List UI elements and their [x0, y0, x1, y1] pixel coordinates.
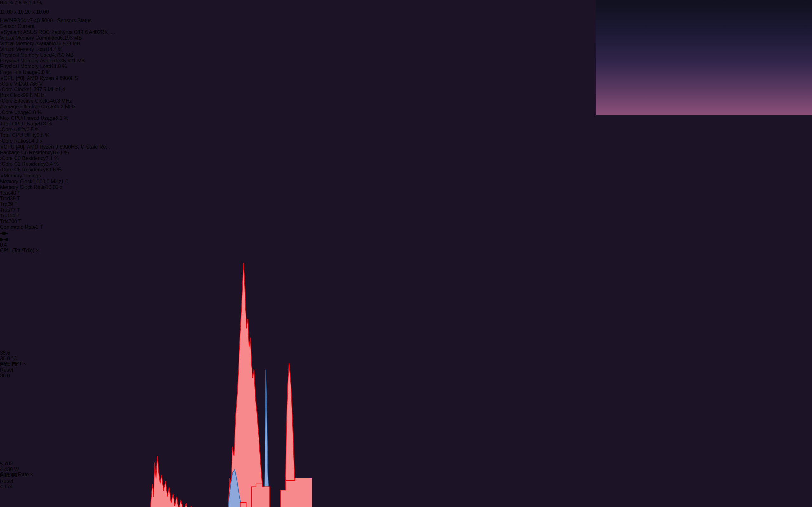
- sensor-row[interactable]: ›Core Utility0.5 %: [0, 127, 812, 132]
- sensor-group-row[interactable]: ∨CPU [#0]: AMD Ryzen 9 6900HS: C-State R…: [0, 144, 812, 150]
- sensor-current-value: 46.3 MHz: [54, 104, 75, 109]
- window-title: HWiNFO64 v7.40-5000 - Sensors Status: [0, 18, 92, 23]
- sensor-current-value: 6,193 MB: [60, 35, 82, 41]
- collapse-chevron-icon[interactable]: ∨: [0, 30, 4, 35]
- wallpaper-mountain: [596, 32, 812, 115]
- uptime-text: 0:4: [0, 242, 812, 248]
- graph-title: Charge Rate: [0, 472, 29, 477]
- sensor-row[interactable]: ›Core C6 Residency89.6 %: [0, 167, 812, 173]
- sensor-row[interactable]: Memory Clock1,000.0 MHz1,0: [0, 179, 812, 184]
- sensor-current-value: 0.5 %: [37, 132, 50, 138]
- sensor-current-value: 10.00 x: [46, 184, 62, 190]
- sensor-row[interactable]: Total CPU Utility0.5 %: [0, 132, 812, 138]
- graph-titlebar[interactable]: CPU (Tctl/Tdie) ×: [0, 248, 812, 253]
- collapse-columns-button[interactable]: ▶◀: [0, 236, 812, 242]
- sensor-row[interactable]: ›Core C0 Residency7.1 %: [0, 156, 812, 161]
- sensor-label: Core Usage: [2, 110, 29, 115]
- sensor-label: Physical Memory Used: [0, 52, 52, 58]
- close-icon[interactable]: ×: [23, 361, 26, 366]
- sensor-label: Core C6 Residency: [2, 167, 46, 172]
- sensor-row[interactable]: ›Core Ratios14.0 x: [0, 138, 812, 144]
- sensor-label: Core C1 Residency: [2, 161, 46, 167]
- sensor-row[interactable]: Tras77 T: [0, 207, 812, 213]
- sensor-group-label: Memory Timings: [4, 173, 41, 178]
- sensor-label: Package C6 Residency: [0, 150, 53, 155]
- collapse-chevron-icon[interactable]: ∨: [0, 173, 4, 178]
- sensor-label: Bus Clock: [0, 93, 23, 98]
- sensor-current-value: 3.4 %: [46, 161, 59, 167]
- sensor-row[interactable]: Command Rate1 T: [0, 224, 812, 230]
- sensor-label: Virtual Memory Load: [0, 47, 47, 52]
- sensor-label: Total CPU Usage: [0, 121, 39, 126]
- sensor-current-value: 116 T: [7, 213, 20, 218]
- sensor-group-row[interactable]: ∨Memory Timings: [0, 173, 812, 179]
- sensor-current-value: 1,397.5 MHz: [29, 87, 58, 92]
- sensor-label: Core Ratios: [2, 138, 28, 144]
- sensor-current-value: 85.1 %: [53, 150, 68, 155]
- collapse-chevron-icon[interactable]: ∨: [0, 144, 4, 150]
- sensor-current-value: 708 T: [9, 219, 21, 224]
- close-icon[interactable]: ×: [30, 472, 33, 477]
- expand-columns-button[interactable]: ◀▶: [0, 230, 812, 236]
- sensor-row[interactable]: Trc116 T: [0, 213, 812, 219]
- sensor-current-value: 89.6 %: [46, 167, 61, 172]
- sensor-label: Physical Memory Load: [0, 64, 51, 69]
- sensor-row[interactable]: Memory Clock Ratio10.00 x: [0, 184, 812, 190]
- hwinfo-background-row: 10.00 x 10.20 x 10.00: [0, 9, 176, 18]
- sensor-row[interactable]: Tcas40 T: [0, 190, 812, 196]
- graph-window-cpu-tctl: CPU (Tctl/Tdie) × 38.6 36.0 °C Auto Fit …: [0, 248, 812, 361]
- bg-avg-value: 1.1 %: [29, 0, 42, 5]
- sensor-label: Max CPU/Thread Usage: [0, 115, 55, 121]
- sensor-label: Core C0 Residency: [2, 156, 46, 161]
- sensor-current-value: 0.786 V: [25, 81, 43, 87]
- graph-title: CPU (Tctl/Tdie): [0, 248, 34, 253]
- sensor-row[interactable]: Trp39 T: [0, 202, 812, 207]
- sensor-row[interactable]: Max CPU/Thread Usage6.1 %: [0, 115, 812, 121]
- sensor-label: Core Clocks: [2, 87, 29, 92]
- sensor-label: Trp: [0, 202, 7, 207]
- series-area: [0, 477, 312, 507]
- sensor-min-value-partial: 1,4: [58, 87, 65, 92]
- sensor-current-value: 0.8 %: [29, 110, 42, 115]
- close-icon[interactable]: ×: [36, 248, 39, 253]
- sensor-row[interactable]: Package C6 Residency85.1 %: [0, 150, 812, 156]
- graph-plot-area: [0, 253, 312, 350]
- sensor-current-value: 36,539 MB: [56, 41, 80, 46]
- graph-title: CPU PPT: [0, 361, 22, 366]
- sensor-label: Core Utility: [2, 127, 26, 132]
- sensor-label: Physical Memory Available: [0, 58, 60, 63]
- sensor-current-value: 0.0 %: [38, 69, 50, 75]
- wallpaper: [596, 0, 812, 115]
- sensor-label: Trfc: [0, 219, 9, 224]
- sensor-group-label: System: ASUS ROG Zephyrus G14 GA402RK_..…: [4, 30, 115, 35]
- sensor-current-value: 11.8 %: [51, 64, 67, 69]
- column-header-sensor[interactable]: Sensor: [0, 23, 16, 29]
- sensor-current-value: 39 T: [10, 196, 20, 201]
- sensor-current-value: 35,421 MB: [60, 58, 85, 63]
- sensor-row[interactable]: ›Core C1 Residency3.4 %: [0, 161, 812, 167]
- sensor-label: Tras: [0, 207, 10, 213]
- sensor-label: Memory Clock Ratio: [0, 184, 46, 190]
- sensor-label: Page File Usage: [0, 69, 38, 75]
- column-header-current[interactable]: Current: [17, 23, 34, 29]
- sensor-row[interactable]: Trcd39 T: [0, 196, 812, 202]
- sensor-row[interactable]: Trfc708 T: [0, 219, 812, 224]
- sensor-current-value: 46.3 MHz: [50, 98, 72, 104]
- sensor-label: Virtual Memory Committed: [0, 35, 60, 41]
- sensor-current-value: 14.0 x: [29, 138, 43, 144]
- sensor-row[interactable]: Total CPU Usage0.8 %: [0, 121, 812, 127]
- bg-max-value: 10.20 x: [18, 9, 35, 14]
- sensor-label: Trc: [0, 213, 7, 218]
- sensor-label: Core Effective Clocks: [2, 98, 50, 104]
- graph-plot-area: [0, 367, 312, 461]
- bg-min-value: 0.4 %: [0, 0, 13, 5]
- hwinfo-background-row: 0.4 % 7.6 % 1.1 %: [0, 0, 171, 9]
- hwinfo-toolbar: ◀▶ ▶◀ 0:4: [0, 230, 812, 248]
- collapse-chevron-icon[interactable]: ∨: [0, 75, 4, 81]
- sensor-label: Core VIDs: [2, 81, 25, 87]
- bg-min-value: 10.00 x: [0, 9, 16, 14]
- sensor-current-value: 0.5 %: [27, 127, 40, 132]
- sensor-current-value: 1 T: [36, 224, 43, 230]
- graph-window-cpu-ppt: CPU PPT × 5.702 4.439 W Auto Fit Reset 4…: [0, 361, 812, 472]
- sensor-label: Command Rate: [0, 224, 36, 230]
